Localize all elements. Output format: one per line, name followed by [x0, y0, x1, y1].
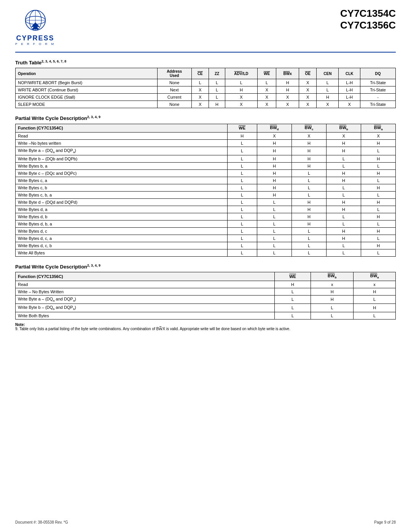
table-cell: X [257, 86, 276, 94]
col-clk: CLK [339, 68, 360, 79]
table-cell: L [227, 199, 257, 206]
table-cell: None [157, 79, 191, 86]
table-cell: Next [157, 86, 191, 94]
table-cell: H [361, 170, 396, 177]
perform-text: P E R F O R M [15, 42, 55, 46]
table-cell: H [326, 139, 361, 147]
col-operation: Operation [16, 68, 158, 79]
table-cell: H [311, 288, 354, 295]
page-number: Page 9 of 28 [374, 520, 396, 524]
table-cell: L [292, 235, 327, 242]
col-function-1356: Function (CY7C1356C) [16, 272, 275, 281]
table-cell: L [326, 213, 361, 220]
table-cell: Write Bytes c, a [16, 177, 228, 184]
table-cell: Write – No Bytes Written [16, 288, 275, 295]
table-cell: H [257, 139, 292, 147]
table-cell: H [227, 132, 257, 139]
table-cell: X [191, 94, 209, 101]
table-cell: Write Both Bytes [16, 312, 275, 319]
table-cell: X [225, 94, 257, 101]
table-cell: L [257, 242, 292, 249]
partial-write-1356-table: Function (CY7C1356C) WE BWb BWa ReadHxxW… [15, 272, 396, 320]
table-cell: Read [16, 281, 275, 288]
table-cell: H [326, 147, 361, 155]
table-cell: L [274, 295, 311, 304]
table-cell: L [209, 94, 225, 101]
table-cell: X [191, 86, 209, 94]
table-cell: L [227, 147, 257, 155]
table-cell: NOP/WRITE ABORT (Begin Burst) [16, 79, 158, 86]
table-cell: L [227, 220, 257, 228]
table-cell: L [274, 288, 311, 295]
table-cell: H [292, 220, 327, 228]
table-cell: X [257, 101, 276, 108]
table-cell: L [227, 163, 257, 170]
note-label: Note: [15, 323, 25, 327]
col-bwd: BWd [257, 124, 292, 132]
table-cell: L [361, 163, 396, 170]
col-zz: ZZ [209, 68, 225, 79]
table-cell: L [257, 206, 292, 213]
table-cell: L [227, 235, 257, 242]
table-cell: L [326, 184, 361, 192]
table-cell: L [361, 192, 396, 199]
table-cell: L [311, 304, 354, 312]
table-cell: L [317, 86, 339, 94]
table-cell: Write All Bytes [16, 249, 228, 257]
table-cell: L [191, 79, 209, 86]
table-cell: H [326, 170, 361, 177]
table-cell: L [361, 177, 396, 184]
table-cell: Write Byte b – (DQb and DQPb) [16, 304, 275, 312]
table-cell: H [276, 79, 299, 86]
table-cell: Write –No bytes written [16, 139, 228, 147]
table-cell: L [257, 228, 292, 235]
table-cell: L [326, 249, 361, 257]
page-header: CYPRESS P E R F O R M CY7C1354C CY7C1356… [15, 8, 396, 46]
table-cell: Write Byte a – (DQa and DQPa) [16, 295, 275, 304]
table-cell: x [311, 281, 354, 288]
col-bwb: BWb [326, 124, 361, 132]
table-cell: L-H [339, 79, 360, 86]
col-bwa: BWa [361, 124, 396, 132]
table-cell: X [225, 101, 257, 108]
table-cell: Tri-State [360, 79, 396, 86]
table-cell: L [361, 220, 396, 228]
table-cell: H [326, 235, 361, 242]
table-cell: Write Bytes d, b, a [16, 220, 228, 228]
col-we: WE [257, 68, 276, 79]
col-advld: ADV/LD [225, 68, 257, 79]
table-cell: H [317, 94, 339, 101]
table-cell: Write Byte a – (DQa and DQPa) [16, 147, 228, 155]
chip-title: CY7C1354C CY7C1356C [340, 8, 396, 31]
table-cell: L [227, 249, 257, 257]
table-cell: H [311, 295, 354, 304]
table-cell: Write Bytes d, c [16, 228, 228, 235]
table-cell: Write Bytes d, c, b [16, 242, 228, 249]
table-cell: Read [16, 132, 228, 139]
col-bwa-1356: BWa [354, 272, 396, 281]
header-divider [15, 52, 396, 53]
table-cell: L-H [339, 94, 360, 101]
table-cell: Write Bytes b, a [16, 163, 228, 170]
table-cell: L [257, 235, 292, 242]
table-cell: X [299, 94, 317, 101]
table-cell: L [292, 228, 327, 235]
table-cell: X [299, 86, 317, 94]
table-cell: X [361, 132, 396, 139]
table-cell: H [276, 86, 299, 94]
table-cell: L [257, 249, 292, 257]
table-cell: None [157, 101, 191, 108]
table-cell: X [257, 132, 292, 139]
table-cell: H [326, 199, 361, 206]
table-cell: L [227, 139, 257, 147]
table-cell: L [354, 295, 396, 304]
table-cell: L [227, 184, 257, 192]
table-cell: H [361, 139, 396, 147]
table-cell: L [361, 206, 396, 213]
table-cell: H [257, 163, 292, 170]
table-cell: L-H [339, 86, 360, 94]
table-cell: Tri-State [360, 86, 396, 94]
table-cell: L [227, 155, 257, 163]
col-address: AddressUsed [157, 68, 191, 79]
title-area: CY7C1354C CY7C1356C [340, 8, 396, 31]
